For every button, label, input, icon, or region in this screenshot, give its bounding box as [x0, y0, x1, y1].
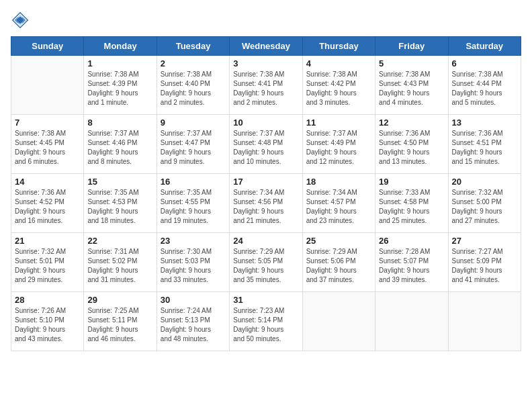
col-header-wednesday: Wednesday: [230, 37, 302, 56]
day-info: Sunrise: 7:36 AMSunset: 4:52 PMDaylight:…: [15, 188, 80, 226]
calendar-cell: 9Sunrise: 7:37 AMSunset: 4:47 PMDaylight…: [157, 115, 229, 174]
day-info: Sunrise: 7:35 AMSunset: 4:55 PMDaylight:…: [161, 188, 226, 226]
day-info: Sunrise: 7:34 AMSunset: 4:56 PMDaylight:…: [233, 188, 298, 226]
day-number: 17: [233, 177, 298, 187]
calendar-cell: 27Sunrise: 7:27 AMSunset: 5:09 PMDayligh…: [448, 233, 521, 292]
day-info: Sunrise: 7:38 AMSunset: 4:44 PMDaylight:…: [452, 70, 517, 107]
calendar-cell: 1Sunrise: 7:38 AMSunset: 4:39 PMDaylight…: [84, 56, 157, 115]
calendar-cell: 23Sunrise: 7:30 AMSunset: 5:03 PMDayligh…: [157, 233, 229, 292]
day-number: 3: [233, 58, 298, 68]
calendar-cell: 24Sunrise: 7:29 AMSunset: 5:05 PMDayligh…: [230, 233, 302, 292]
day-number: 4: [306, 58, 371, 68]
calendar-cell: 8Sunrise: 7:37 AMSunset: 4:46 PMDaylight…: [84, 115, 157, 174]
day-info: Sunrise: 7:38 AMSunset: 4:40 PMDaylight:…: [161, 70, 226, 107]
calendar-cell: 3Sunrise: 7:38 AMSunset: 4:41 PMDaylight…: [230, 56, 302, 115]
day-info: Sunrise: 7:38 AMSunset: 4:41 PMDaylight:…: [233, 70, 298, 107]
col-header-saturday: Saturday: [448, 37, 521, 56]
logo-icon: [11, 11, 30, 30]
calendar-cell: 16Sunrise: 7:35 AMSunset: 4:55 PMDayligh…: [157, 174, 229, 233]
day-info: Sunrise: 7:28 AMSunset: 5:07 PMDaylight:…: [379, 247, 444, 285]
week-row-5: 28Sunrise: 7:26 AMSunset: 5:10 PMDayligh…: [11, 292, 521, 351]
day-info: Sunrise: 7:32 AMSunset: 5:01 PMDaylight:…: [15, 247, 80, 285]
day-info: Sunrise: 7:26 AMSunset: 5:10 PMDaylight:…: [15, 306, 80, 344]
day-number: 20: [452, 177, 517, 187]
calendar-cell: 2Sunrise: 7:38 AMSunset: 4:40 PMDaylight…: [157, 56, 229, 115]
calendar-cell: 21Sunrise: 7:32 AMSunset: 5:01 PMDayligh…: [11, 233, 84, 292]
calendar-cell: 19Sunrise: 7:33 AMSunset: 4:58 PMDayligh…: [375, 174, 448, 233]
calendar-cell: 5Sunrise: 7:38 AMSunset: 4:43 PMDaylight…: [375, 56, 448, 115]
calendar-cell: 25Sunrise: 7:29 AMSunset: 5:06 PMDayligh…: [302, 233, 375, 292]
day-info: Sunrise: 7:38 AMSunset: 4:42 PMDaylight:…: [306, 70, 371, 107]
day-number: 23: [161, 236, 226, 246]
day-number: 31: [233, 295, 298, 305]
col-header-monday: Monday: [84, 37, 157, 56]
week-row-2: 7Sunrise: 7:38 AMSunset: 4:45 PMDaylight…: [11, 115, 521, 174]
day-info: Sunrise: 7:33 AMSunset: 4:58 PMDaylight:…: [379, 188, 444, 226]
day-number: 8: [87, 118, 152, 128]
col-header-sunday: Sunday: [11, 37, 84, 56]
calendar-cell: 15Sunrise: 7:35 AMSunset: 4:53 PMDayligh…: [84, 174, 157, 233]
day-number: 18: [306, 177, 371, 187]
day-number: 14: [15, 177, 80, 187]
day-info: Sunrise: 7:29 AMSunset: 5:05 PMDaylight:…: [233, 247, 298, 285]
day-info: Sunrise: 7:24 AMSunset: 5:13 PMDaylight:…: [161, 306, 226, 344]
day-number: 15: [87, 177, 152, 187]
day-info: Sunrise: 7:25 AMSunset: 5:11 PMDaylight:…: [87, 306, 152, 344]
day-number: 12: [379, 118, 444, 128]
day-number: 27: [452, 236, 517, 246]
day-number: 22: [87, 236, 152, 246]
week-row-3: 14Sunrise: 7:36 AMSunset: 4:52 PMDayligh…: [11, 174, 521, 233]
col-header-thursday: Thursday: [302, 37, 375, 56]
calendar-cell: 31Sunrise: 7:23 AMSunset: 5:14 PMDayligh…: [230, 292, 302, 351]
calendar-cell: [302, 292, 375, 351]
logo: [11, 11, 32, 30]
week-row-1: 1Sunrise: 7:38 AMSunset: 4:39 PMDaylight…: [11, 56, 521, 115]
day-info: Sunrise: 7:37 AMSunset: 4:49 PMDaylight:…: [306, 129, 371, 167]
day-number: 24: [233, 236, 298, 246]
day-number: 19: [379, 177, 444, 187]
day-number: 21: [15, 236, 80, 246]
calendar-cell: 13Sunrise: 7:36 AMSunset: 4:51 PMDayligh…: [448, 115, 521, 174]
day-info: Sunrise: 7:36 AMSunset: 4:50 PMDaylight:…: [379, 129, 444, 167]
day-info: Sunrise: 7:30 AMSunset: 5:03 PMDaylight:…: [161, 247, 226, 285]
calendar-cell: 29Sunrise: 7:25 AMSunset: 5:11 PMDayligh…: [84, 292, 157, 351]
calendar-cell: 4Sunrise: 7:38 AMSunset: 4:42 PMDaylight…: [302, 56, 375, 115]
day-info: Sunrise: 7:38 AMSunset: 4:39 PMDaylight:…: [87, 70, 152, 107]
day-info: Sunrise: 7:31 AMSunset: 5:02 PMDaylight:…: [87, 247, 152, 285]
calendar-cell: 18Sunrise: 7:34 AMSunset: 4:57 PMDayligh…: [302, 174, 375, 233]
day-number: 11: [306, 118, 371, 128]
day-number: 6: [452, 58, 517, 68]
calendar-cell: 12Sunrise: 7:36 AMSunset: 4:50 PMDayligh…: [375, 115, 448, 174]
day-info: Sunrise: 7:34 AMSunset: 4:57 PMDaylight:…: [306, 188, 371, 226]
day-number: 10: [233, 118, 298, 128]
day-info: Sunrise: 7:29 AMSunset: 5:06 PMDaylight:…: [306, 247, 371, 285]
day-number: 26: [379, 236, 444, 246]
day-number: 30: [161, 295, 226, 305]
day-number: 16: [161, 177, 226, 187]
calendar-table: SundayMondayTuesdayWednesdayThursdayFrid…: [11, 36, 521, 351]
day-number: 9: [161, 118, 226, 128]
day-info: Sunrise: 7:32 AMSunset: 5:00 PMDaylight:…: [452, 188, 517, 226]
day-info: Sunrise: 7:37 AMSunset: 4:48 PMDaylight:…: [233, 129, 298, 167]
calendar-cell: 28Sunrise: 7:26 AMSunset: 5:10 PMDayligh…: [11, 292, 84, 351]
calendar-cell: 10Sunrise: 7:37 AMSunset: 4:48 PMDayligh…: [230, 115, 302, 174]
day-number: 5: [379, 58, 444, 68]
day-number: 29: [87, 295, 152, 305]
calendar-cell: 30Sunrise: 7:24 AMSunset: 5:13 PMDayligh…: [157, 292, 229, 351]
col-header-friday: Friday: [375, 37, 448, 56]
calendar-cell: [448, 292, 521, 351]
page-header: [11, 11, 521, 30]
calendar-cell: 22Sunrise: 7:31 AMSunset: 5:02 PMDayligh…: [84, 233, 157, 292]
day-info: Sunrise: 7:35 AMSunset: 4:53 PMDaylight:…: [87, 188, 152, 226]
calendar-cell: [375, 292, 448, 351]
calendar-cell: 11Sunrise: 7:37 AMSunset: 4:49 PMDayligh…: [302, 115, 375, 174]
week-row-4: 21Sunrise: 7:32 AMSunset: 5:01 PMDayligh…: [11, 233, 521, 292]
day-number: 2: [161, 58, 226, 68]
day-info: Sunrise: 7:38 AMSunset: 4:43 PMDaylight:…: [379, 70, 444, 107]
calendar-cell: 7Sunrise: 7:38 AMSunset: 4:45 PMDaylight…: [11, 115, 84, 174]
calendar-cell: 17Sunrise: 7:34 AMSunset: 4:56 PMDayligh…: [230, 174, 302, 233]
day-number: 1: [87, 58, 152, 68]
day-info: Sunrise: 7:38 AMSunset: 4:45 PMDaylight:…: [15, 129, 80, 167]
calendar-cell: 6Sunrise: 7:38 AMSunset: 4:44 PMDaylight…: [448, 56, 521, 115]
day-info: Sunrise: 7:36 AMSunset: 4:51 PMDaylight:…: [452, 129, 517, 167]
